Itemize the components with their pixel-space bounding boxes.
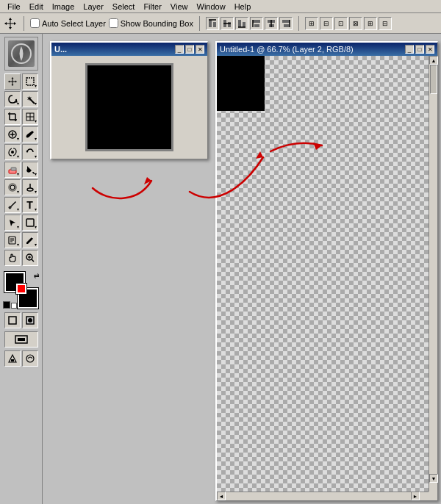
menu-view[interactable]: View bbox=[166, 1, 193, 12]
scroll-thumb-vertical[interactable] bbox=[430, 65, 437, 94]
menu-image[interactable]: Image bbox=[48, 1, 79, 12]
history-brush-tool[interactable]: ▾ bbox=[22, 144, 38, 160]
slice-tool[interactable]: ▾ bbox=[22, 109, 38, 125]
screen-mode-btn[interactable] bbox=[4, 331, 38, 348]
move-tool[interactable] bbox=[4, 73, 21, 90]
menu-select[interactable]: Select bbox=[108, 1, 140, 12]
tool-row-1: ▾ bbox=[4, 73, 38, 90]
svg-point-44 bbox=[32, 237, 33, 238]
rectangle-select-tool[interactable]: ▾ bbox=[22, 73, 38, 90]
tool-row-9: ▾ ▾ bbox=[4, 215, 38, 231]
svg-line-46 bbox=[32, 259, 34, 262]
menu-file[interactable]: File bbox=[3, 1, 25, 12]
canvas-minimize-btn[interactable]: _ bbox=[405, 45, 414, 54]
extra-btn2[interactable] bbox=[22, 350, 38, 367]
path-select-tool[interactable]: ▾ bbox=[4, 215, 21, 231]
vertical-scrollbar[interactable]: ▲ ▼ bbox=[429, 56, 437, 492]
main-area: ▾ ▾ ▾ bbox=[0, 34, 441, 504]
notes-tool[interactable]: ▾ bbox=[4, 232, 21, 248]
menu-filter[interactable]: Filter bbox=[139, 1, 165, 12]
dodge-tool[interactable]: ▾ bbox=[22, 179, 38, 195]
align-btn-4[interactable] bbox=[250, 17, 263, 30]
align-btn-1[interactable] bbox=[206, 17, 219, 30]
align-btn-3[interactable] bbox=[235, 17, 248, 30]
panel-maximize-btn[interactable]: □ bbox=[185, 45, 194, 54]
standard-mode-btn[interactable] bbox=[4, 312, 21, 328]
auto-select-label[interactable]: Auto Select Layer bbox=[30, 18, 106, 28]
menu-edit[interactable]: Edit bbox=[25, 1, 48, 12]
swap-colors-icon[interactable]: ⇄ bbox=[34, 272, 40, 279]
dist-btn-3[interactable]: ⊡ bbox=[334, 17, 348, 30]
scroll-up-btn[interactable]: ▲ bbox=[429, 56, 438, 65]
content-area: U... _ □ ✕ Untitled-1 @ 66.7% (Layer 2, … bbox=[43, 34, 441, 504]
svg-point-51 bbox=[28, 318, 32, 323]
scroll-right-btn[interactable]: ► bbox=[411, 492, 420, 500]
svg-rect-33 bbox=[11, 168, 16, 170]
tool-row-2: ▾ ▾ bbox=[4, 91, 38, 107]
default-bg-icon bbox=[11, 303, 17, 309]
svg-rect-19 bbox=[26, 78, 34, 85]
dist-btn-2[interactable]: ⊟ bbox=[320, 17, 333, 30]
svg-rect-1 bbox=[213, 22, 216, 27]
eraser-tool[interactable]: ▾ bbox=[4, 162, 21, 178]
svg-point-55 bbox=[26, 355, 34, 362]
svg-rect-16 bbox=[284, 24, 289, 27]
floating-panel: U... _ □ ✕ bbox=[50, 41, 208, 159]
magic-wand-tool[interactable]: ▾ bbox=[22, 91, 38, 107]
blur-tool[interactable]: ▾ bbox=[4, 179, 21, 195]
svg-rect-0 bbox=[209, 20, 212, 27]
dist-btn-5[interactable]: ⊞ bbox=[364, 17, 377, 30]
tool-row-4: ▾ ▾ bbox=[4, 126, 38, 143]
canvas-controls: _ □ ✕ bbox=[405, 45, 434, 54]
svg-rect-7 bbox=[243, 22, 245, 27]
distribute-icons-group: ⊞ ⊟ ⊡ ⊠ ⊞ ⊟ bbox=[305, 17, 392, 30]
panel-minimize-btn[interactable]: _ bbox=[175, 45, 184, 54]
align-btn-2[interactable] bbox=[220, 17, 234, 30]
text-tool[interactable]: T ▾ bbox=[22, 197, 38, 213]
align-btn-6[interactable] bbox=[279, 17, 293, 30]
eyedropper-tool[interactable]: ▾ bbox=[22, 232, 38, 248]
clone-stamp-tool[interactable]: ▾ bbox=[4, 144, 21, 160]
move-tool-icon bbox=[3, 16, 18, 31]
panel-black-square bbox=[85, 63, 173, 151]
brush-tool[interactable]: ▾ bbox=[22, 126, 38, 143]
menu-help[interactable]: Help bbox=[230, 1, 256, 12]
scroll-down-btn[interactable]: ▼ bbox=[429, 474, 438, 483]
crop-tool[interactable] bbox=[4, 109, 21, 125]
panel-title-bar[interactable]: U... _ □ ✕ bbox=[51, 43, 207, 56]
scroll-left-btn[interactable]: ◄ bbox=[217, 492, 226, 500]
pen-tool[interactable]: ▾ bbox=[4, 197, 21, 213]
panel-content bbox=[51, 56, 207, 159]
svg-rect-39 bbox=[26, 219, 34, 226]
fill-tool[interactable]: ▾ bbox=[22, 162, 38, 178]
quick-mask-mode-btn[interactable] bbox=[22, 312, 38, 328]
auto-select-checkbox[interactable] bbox=[30, 18, 40, 28]
svg-rect-53 bbox=[18, 338, 25, 341]
horizontal-scrollbar[interactable]: ◄ ► bbox=[217, 492, 429, 500]
dist-btn-6[interactable]: ⊟ bbox=[379, 17, 392, 30]
shape-tool[interactable]: ▾ bbox=[22, 215, 38, 231]
canvas-title-bar[interactable]: Untitled-1 @ 66.7% (Layer 2, RGB/8) _ □ … bbox=[217, 43, 437, 56]
zoom-tool[interactable] bbox=[22, 250, 38, 266]
canvas-close-btn[interactable]: ✕ bbox=[426, 45, 434, 54]
accent-color-patch[interactable] bbox=[16, 284, 26, 294]
dist-btn-4[interactable]: ⊠ bbox=[349, 17, 362, 30]
panel-close-btn[interactable]: ✕ bbox=[196, 45, 204, 54]
canvas-area[interactable] bbox=[217, 56, 429, 492]
align-btn-5[interactable] bbox=[265, 17, 278, 30]
default-colors-icon[interactable] bbox=[3, 301, 10, 309]
svg-rect-6 bbox=[238, 20, 241, 27]
lasso-tool[interactable]: ▾ bbox=[4, 91, 21, 107]
menu-layer[interactable]: Layer bbox=[79, 1, 108, 12]
hand-tool[interactable] bbox=[4, 250, 21, 266]
menu-window[interactable]: Window bbox=[193, 1, 230, 12]
bounding-box-label[interactable]: Show Bounding Box bbox=[109, 18, 193, 28]
imageready-btn[interactable] bbox=[4, 350, 21, 367]
healing-brush-tool[interactable]: ▾ bbox=[4, 126, 21, 143]
canvas-maximize-btn[interactable]: □ bbox=[415, 45, 424, 54]
tool-row-3: ▾ bbox=[4, 109, 38, 125]
dist-btn-1[interactable]: ⊞ bbox=[305, 17, 318, 30]
bounding-box-checkbox[interactable] bbox=[109, 18, 118, 28]
svg-rect-10 bbox=[254, 24, 259, 27]
mode-buttons bbox=[4, 312, 38, 328]
